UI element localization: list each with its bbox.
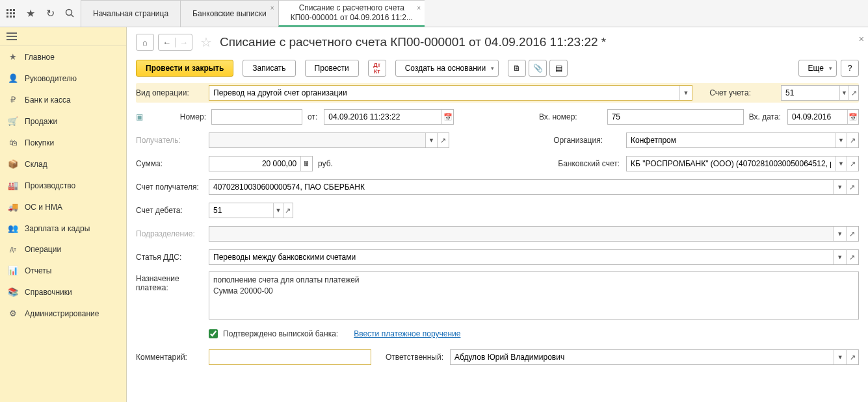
open-icon[interactable]: ↗	[846, 180, 858, 194]
calendar-icon[interactable]: 📅	[847, 110, 858, 124]
bank-acct-input[interactable]	[627, 157, 835, 171]
op-type-label: Вид операции:	[136, 88, 204, 97]
svg-rect-11	[7, 32, 17, 34]
sidebar-item-hr[interactable]: 👥Зарплата и кадры	[0, 218, 126, 239]
open-icon[interactable]: ↗	[846, 350, 858, 364]
sidebar-item-production[interactable]: 🏭Производство	[0, 175, 126, 196]
date-input[interactable]	[324, 110, 441, 124]
comment-input[interactable]	[209, 350, 371, 364]
sidebar-item-purchases[interactable]: 🛍Покупки	[0, 132, 126, 153]
sidebar-item-admin[interactable]: ⚙Администрирование	[0, 303, 126, 324]
dds-input[interactable]	[209, 250, 833, 264]
dtkt-button[interactable]: ДтКт	[368, 60, 386, 77]
post-button[interactable]: Провести	[305, 60, 359, 77]
sidebar-item-catalogs[interactable]: 📚Справочники	[0, 281, 126, 303]
history-icon[interactable]: ↻	[44, 8, 56, 19]
dropdown-icon[interactable]: ▼	[273, 203, 283, 218]
create-based-on-button[interactable]: Создать на основании	[395, 60, 499, 77]
list-button[interactable]: ▤	[549, 60, 568, 77]
in-date-input[interactable]	[788, 110, 847, 124]
sidebar-item-operations[interactable]: ДтОперации	[0, 239, 126, 260]
write-button[interactable]: Записать	[243, 60, 295, 77]
rec-acct-input[interactable]	[209, 180, 833, 194]
debit-input[interactable]	[209, 203, 273, 218]
open-icon[interactable]: ↗	[846, 250, 858, 264]
more-button[interactable]: Еще	[798, 60, 837, 77]
sidebar-item-main[interactable]: ★Главное	[0, 46, 126, 68]
division-input	[209, 227, 833, 241]
purpose-label: Назначение платежа:	[136, 271, 204, 292]
sidebar-item-bank[interactable]: ₽Банк и касса	[0, 89, 126, 110]
open-icon[interactable]: ↗	[848, 86, 858, 100]
in-num-input[interactable]	[608, 110, 743, 124]
svg-rect-13	[7, 39, 17, 40]
dropdown-icon[interactable]: ▼	[833, 250, 845, 264]
dropdown-icon[interactable]: ▼	[679, 86, 692, 100]
sum-input[interactable]	[209, 157, 300, 171]
svg-rect-12	[7, 36, 17, 37]
sum-label: Сумма:	[136, 159, 204, 168]
svg-rect-4	[10, 12, 12, 14]
arrow-left-icon[interactable]: ←	[159, 38, 176, 47]
home-button[interactable]: ⌂	[136, 34, 154, 51]
star-icon: ★	[8, 52, 18, 62]
ruble-icon: ₽	[8, 95, 18, 105]
number-input[interactable]	[212, 110, 302, 124]
acct-input[interactable]	[782, 86, 839, 100]
open-icon: ↗	[437, 133, 449, 147]
dropdown-icon[interactable]: ▼	[833, 180, 845, 194]
tab-home[interactable]: Начальная страница	[81, 0, 180, 27]
close-icon[interactable]: ×	[417, 5, 421, 13]
sidebar-toggle[interactable]	[0, 27, 126, 46]
star-icon[interactable]: ★	[25, 8, 36, 19]
calendar-icon[interactable]: 📅	[441, 110, 453, 124]
open-icon[interactable]: ↗	[847, 133, 858, 147]
close-page-icon[interactable]: ×	[859, 34, 864, 44]
svg-rect-0	[7, 9, 8, 11]
nav-back-forward[interactable]: ←→	[158, 34, 192, 51]
resp-input[interactable]	[451, 350, 834, 364]
svg-rect-3	[7, 12, 8, 14]
sidebar-item-sales[interactable]: 🛒Продажи	[0, 110, 126, 132]
dropdown-icon[interactable]: ▼	[839, 86, 849, 100]
apps-icon[interactable]	[5, 8, 17, 19]
sidebar: ★Главное 👤Руководителю ₽Банк и касса 🛒Пр…	[0, 27, 127, 402]
number-label: Номер:	[150, 112, 206, 121]
bag-icon: 🛍	[8, 138, 18, 147]
cart-icon: 🛒	[8, 116, 18, 126]
dropdown-icon[interactable]: ▼	[835, 157, 847, 171]
svg-line-10	[71, 15, 73, 18]
in-date-label: Вх. дата:	[749, 112, 781, 121]
tab-bank-statements[interactable]: Банковские выписки×	[180, 0, 278, 27]
sidebar-item-reports[interactable]: 📊Отчеты	[0, 260, 126, 281]
people-icon: 👥	[8, 223, 18, 233]
calc-icon[interactable]: 🖩	[300, 157, 312, 171]
arrow-right-icon[interactable]: →	[176, 38, 192, 47]
recipient-input	[209, 133, 425, 147]
dropdown-icon[interactable]: ▼	[835, 133, 847, 147]
close-icon[interactable]: ×	[270, 5, 274, 13]
dtkt-icon: Дт	[8, 246, 18, 253]
open-icon[interactable]: ↗	[283, 203, 293, 218]
sidebar-item-assets[interactable]: 🚚ОС и НМА	[0, 196, 126, 218]
sidebar-item-manager[interactable]: 👤Руководителю	[0, 68, 126, 89]
post-and-close-button[interactable]: Провести и закрыть	[136, 60, 233, 77]
dropdown-icon[interactable]: ▼	[834, 350, 846, 364]
search-icon[interactable]	[64, 8, 75, 19]
resp-label: Ответственный:	[386, 353, 443, 362]
confirmed-checkbox[interactable]	[209, 329, 218, 338]
open-icon[interactable]: ↗	[847, 157, 858, 171]
print-button[interactable]: 🗎	[508, 60, 526, 77]
op-type-input[interactable]	[209, 86, 679, 100]
svg-rect-8	[13, 16, 15, 18]
enter-payment-order-link[interactable]: Ввести платежное поручение	[354, 329, 460, 338]
purpose-textarea[interactable]: пополнение счета для оплаты платежей Сум…	[209, 271, 859, 320]
rec-acct-label: Счет получателя:	[136, 182, 204, 192]
acct-label: Счет учета:	[709, 88, 751, 97]
org-input[interactable]	[627, 133, 835, 147]
attach-button[interactable]: 📎	[529, 60, 547, 77]
sidebar-item-warehouse[interactable]: 📦Склад	[0, 153, 126, 175]
favorite-icon[interactable]: ☆	[200, 34, 212, 50]
help-button[interactable]: ?	[841, 60, 859, 77]
tab-writeoff[interactable]: Списание с расчетного счета КП00-000001 …	[278, 0, 425, 27]
